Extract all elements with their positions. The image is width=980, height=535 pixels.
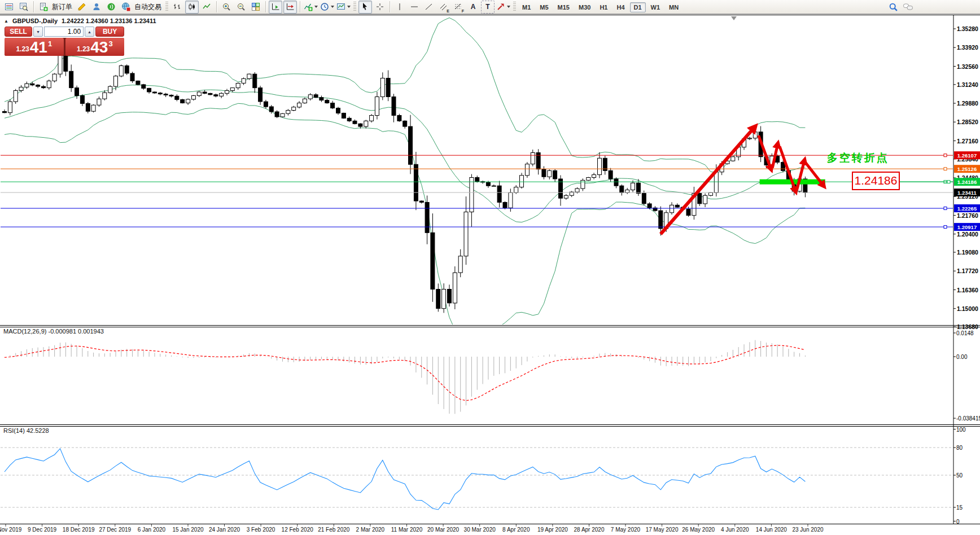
candle: [492, 185, 496, 186]
level-line-handle[interactable]: [944, 168, 947, 170]
candle: [175, 94, 179, 101]
turning-point-annotation[interactable]: 多空转折点: [827, 152, 889, 164]
candle: [147, 88, 151, 94]
market-watch-button[interactable]: [2, 1, 16, 14]
x-axis-label: 21 Feb 2020: [318, 527, 350, 533]
candle: [30, 82, 34, 86]
equidistant-channel-button[interactable]: E: [437, 1, 450, 14]
chart-shift-icon: [286, 2, 295, 11]
x-axis-label: 19 Apr 2020: [537, 527, 568, 533]
autotrading-button[interactable]: [119, 1, 133, 14]
chart-shift-marker[interactable]: [731, 16, 737, 20]
buy-button[interactable]: BUY: [95, 27, 124, 37]
search-button[interactable]: [886, 1, 900, 14]
candle: [253, 72, 257, 93]
data-window-button[interactable]: [17, 1, 30, 14]
x-axis-label: 27 Dec 2019: [99, 527, 131, 533]
fibonacci-button[interactable]: F: [452, 1, 465, 14]
horizontal-line-icon: [410, 2, 419, 11]
trendline-button[interactable]: [422, 1, 436, 14]
volume-input[interactable]: [44, 27, 84, 37]
timeframe-button-D1[interactable]: D1: [630, 2, 646, 12]
line-chart-button[interactable]: [200, 1, 213, 14]
new-order-button[interactable]: [37, 1, 50, 14]
vertical-line-button[interactable]: [393, 1, 406, 14]
metaeditor-button[interactable]: [75, 1, 89, 14]
level-line-handle[interactable]: [944, 154, 947, 157]
x-axis-label: 9 Dec 2019: [28, 527, 57, 533]
sell-button[interactable]: SELL: [5, 27, 32, 37]
candle: [86, 102, 90, 113]
timeframe-button-M1[interactable]: M1: [518, 2, 535, 12]
candle: [653, 206, 657, 212]
x-axis-label: 28 Apr 2020: [574, 527, 605, 533]
macd-axis-label: -0.038415: [956, 415, 980, 422]
buy-price-display[interactable]: 1.23 43 3: [65, 38, 125, 56]
timeframe-button-W1[interactable]: W1: [647, 2, 664, 12]
sell-price-display[interactable]: 1.23 41 1: [5, 38, 64, 56]
timeframe-button-H4[interactable]: H4: [613, 2, 628, 12]
volume-decrease-button[interactable]: ▼: [33, 27, 43, 37]
volume-increase-button[interactable]: ▲: [85, 27, 94, 37]
level-line-handle[interactable]: [944, 207, 947, 210]
community-user-button[interactable]: [90, 1, 103, 14]
candle: [214, 94, 218, 98]
zoom-out-button[interactable]: [234, 1, 248, 14]
price-axis-tag: 1.24186: [954, 178, 980, 186]
sell-price-prefix: 1.23: [16, 45, 29, 53]
y-axis-tick-label: 1.16360: [957, 287, 978, 293]
chat-button[interactable]: [901, 1, 915, 14]
bar-chart-button[interactable]: [170, 1, 184, 14]
tile-windows-button[interactable]: [249, 1, 262, 14]
macd-label: MACD(12,26,9) -0.000981 0.001943: [3, 328, 104, 335]
candle: [91, 104, 95, 113]
new-order-label[interactable]: 新订单: [52, 2, 72, 12]
text-tool-button[interactable]: A: [466, 1, 480, 14]
crosshair-button[interactable]: [373, 1, 387, 14]
candle: [380, 72, 384, 100]
callout-handle[interactable]: [947, 181, 950, 183]
candle: [286, 109, 290, 115]
indicators-button[interactable]: [303, 1, 318, 14]
timeframe-button-M15[interactable]: M15: [554, 2, 574, 12]
collapse-panel-icon[interactable]: ▲: [4, 19, 8, 24]
candlestick-chart-icon: [187, 2, 196, 11]
level-line-handle[interactable]: [944, 226, 947, 229]
candle: [80, 94, 84, 106]
auto-scroll-button[interactable]: [269, 1, 282, 14]
y-axis-tick-label: 1.35280: [957, 25, 978, 32]
candlestick-chart-button[interactable]: [185, 1, 199, 14]
signals-button[interactable]: [104, 1, 118, 14]
autotrading-label[interactable]: 自动交易: [134, 2, 161, 12]
candle: [397, 114, 401, 122]
templates-button[interactable]: [336, 1, 351, 14]
timeframe-button-MN[interactable]: MN: [665, 2, 683, 12]
trend-arrow-1[interactable]: [660, 126, 755, 234]
chart-canvas[interactable]: 多空转折点1.241861.352801.339201.325601.31240…: [0, 0, 980, 535]
candle: [442, 283, 446, 313]
cursor-button[interactable]: [358, 1, 372, 14]
x-axis-label: 3 Feb 2020: [247, 527, 275, 533]
timeframe-button-H1[interactable]: H1: [596, 2, 611, 12]
timeframe-button-M30[interactable]: M30: [575, 2, 594, 12]
clock-icon: [320, 2, 329, 11]
periods-button[interactable]: [320, 1, 335, 14]
rsi-line: [5, 449, 805, 510]
candle: [747, 137, 751, 140]
chart-shift-button[interactable]: [283, 1, 297, 14]
text-label-tool-button[interactable]: T: [481, 1, 495, 14]
candle: [403, 120, 407, 129]
horizontal-line-button[interactable]: [408, 1, 421, 14]
price-axis-tag: 1.20917: [954, 223, 980, 231]
candle: [497, 181, 501, 207]
svg-text:1.25126: 1.25126: [957, 166, 977, 172]
candle: [275, 110, 279, 118]
zoom-in-button[interactable]: [220, 1, 233, 14]
candle: [559, 176, 563, 206]
x-axis-label: 14 Jun 2020: [756, 527, 787, 533]
chat-icon: [903, 2, 913, 11]
arrows-tool-button[interactable]: [496, 1, 511, 14]
indicators-icon: [304, 2, 313, 11]
timeframe-button-M5[interactable]: M5: [536, 2, 552, 12]
candle: [103, 90, 107, 100]
